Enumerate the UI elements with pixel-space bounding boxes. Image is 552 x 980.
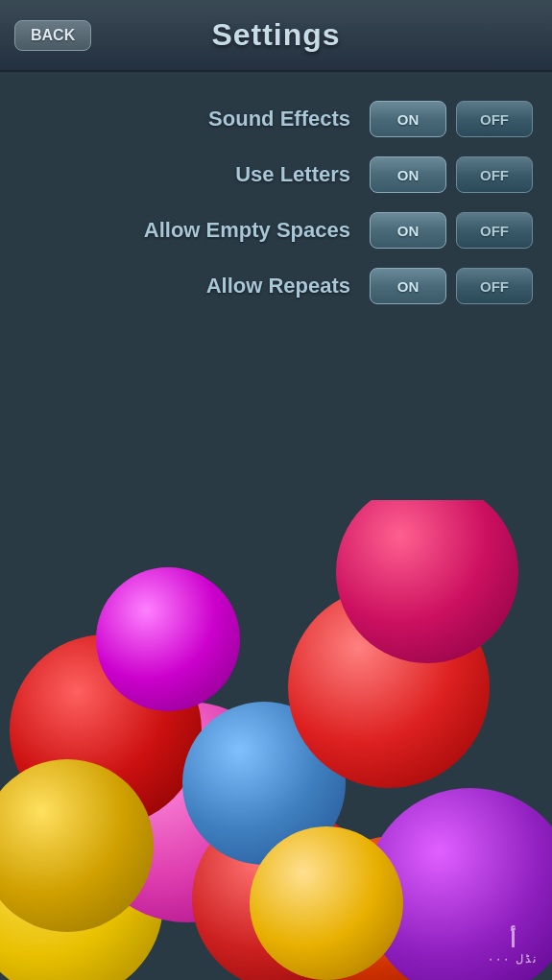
settings-area: Sound Effects ON OFF Use Letters ON OFF …	[0, 72, 552, 352]
allow-empty-spaces-row: Allow Empty Spaces ON OFF	[19, 212, 533, 249]
balloons-decoration	[0, 500, 552, 980]
sound-effects-row: Sound Effects ON OFF	[19, 101, 533, 137]
allow-repeats-row: Allow Repeats ON OFF	[19, 268, 533, 304]
allow-repeats-on-button[interactable]: ON	[370, 268, 446, 304]
watermark: أ نڈل ۰۰۰	[488, 928, 538, 966]
allow-repeats-off-button[interactable]: OFF	[456, 268, 533, 304]
back-button[interactable]: BACK	[14, 20, 91, 51]
balloon-magenta-1	[96, 567, 240, 711]
sound-effects-label: Sound Effects	[19, 107, 350, 131]
allow-empty-spaces-on-button[interactable]: ON	[370, 212, 446, 249]
page-title: Settings	[211, 17, 340, 53]
balloon-yellow-3	[250, 826, 403, 980]
allow-repeats-label: Allow Repeats	[19, 274, 350, 299]
use-letters-row: Use Letters ON OFF	[19, 156, 533, 193]
allow-empty-spaces-off-button[interactable]: OFF	[456, 212, 533, 249]
use-letters-on-button[interactable]: ON	[370, 156, 446, 193]
use-letters-label: Use Letters	[19, 162, 350, 187]
header: BACK Settings	[0, 0, 552, 72]
sound-effects-on-button[interactable]: ON	[370, 101, 446, 137]
sound-effects-off-button[interactable]: OFF	[456, 101, 533, 137]
use-letters-off-button[interactable]: OFF	[456, 156, 533, 193]
allow-empty-spaces-label: Allow Empty Spaces	[19, 218, 350, 243]
